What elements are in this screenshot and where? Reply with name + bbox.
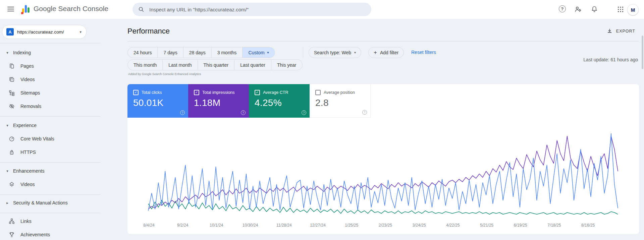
chip-this-year[interactable]: This year <box>271 60 302 70</box>
product-name: Google Search Console <box>34 5 108 13</box>
checkbox-checked-icon[interactable]: ✓ <box>133 90 139 95</box>
x-axis-tick: 12/27/24 <box>310 223 326 228</box>
performance-line-chart[interactable] <box>148 128 621 221</box>
filter-divider <box>303 47 303 58</box>
chip-24-hours[interactable]: 24 hours <box>128 47 157 58</box>
caret-down-icon: ▾ <box>6 51 9 55</box>
sidebar-section-security-manual-actions[interactable]: ▸ Security & Manual Actions <box>0 196 101 209</box>
property-favicon: A <box>6 28 14 36</box>
chip-this-month[interactable]: This month <box>128 60 162 70</box>
notifications-bell-icon[interactable] <box>590 5 598 13</box>
metric-label: Average CTR <box>263 90 288 95</box>
nav-label: Pages <box>20 63 34 69</box>
sidebar-divider <box>0 116 101 117</box>
url-inspection-input[interactable] <box>149 6 366 13</box>
metric-value: 50.01K <box>133 98 188 108</box>
x-axis-tick: 9/2/24 <box>177 223 188 228</box>
metric-value: 2.8 <box>315 98 370 108</box>
header-divider <box>127 41 639 42</box>
sidebar-item-achievements[interactable]: Achievements <box>0 228 101 240</box>
sidebar-item-videos-enhancements[interactable]: Videos <box>0 178 101 191</box>
nav-label: Sitemaps <box>20 90 40 96</box>
vertical-scrollbar[interactable] <box>642 36 643 69</box>
sidebar-item-videos-indexing[interactable]: Videos <box>0 73 101 86</box>
chevron-down-icon: ▾ <box>354 51 356 54</box>
hamburger-menu-icon[interactable] <box>7 5 15 13</box>
chip-custom[interactable]: Custom ▾ <box>242 47 274 58</box>
chip-last-month[interactable]: Last month <box>162 60 197 70</box>
x-axis-labels: 8/4/249/2/2410/1/2410/30/2411/28/2412/27… <box>148 223 621 228</box>
google-apps-grid-icon[interactable] <box>616 5 625 13</box>
links-icon <box>9 218 15 224</box>
x-axis-tick: 7/18/25 <box>547 223 561 228</box>
help-icon[interactable]: ? <box>241 110 246 115</box>
section-label: Experience <box>13 123 37 128</box>
sidebar-section-indexing[interactable]: ▾ Indexing <box>0 46 101 59</box>
nav-label: Videos <box>20 77 35 82</box>
performance-panel: ✓ Total clicks 50.01K ? ✓ Total impressi… <box>127 84 639 234</box>
sidebar-item-sitemaps[interactable]: Sitemaps <box>0 86 101 100</box>
metric-card-total-clicks[interactable]: ✓ Total clicks 50.01K ? <box>127 84 188 118</box>
caret-down-icon: ▾ <box>6 123 9 128</box>
nav-label: Links <box>20 219 32 224</box>
help-icon[interactable]: ? <box>302 110 306 115</box>
sidebar-section-experience[interactable]: ▾ Experience <box>0 119 101 132</box>
nav-label: Videos <box>20 182 35 187</box>
chip-28-days[interactable]: 28 days <box>183 47 211 58</box>
x-axis-tick: 10/1/24 <box>210 223 223 228</box>
property-selector[interactable]: A https://accurateaz.com/ ▾ <box>2 25 87 39</box>
page-title: Performance <box>127 27 170 36</box>
sidebar-divider <box>0 43 101 43</box>
search-type-chip[interactable]: Search type: Web ▾ <box>309 47 361 58</box>
help-icon[interactable]: ? <box>559 5 567 13</box>
x-axis-tick: 3/24/25 <box>413 223 426 228</box>
sitemaps-icon <box>9 90 15 96</box>
caret-down-icon: ▾ <box>6 169 9 173</box>
nav-label: Achievements <box>20 232 50 237</box>
sidebar-divider <box>0 194 101 195</box>
sidebar-item-core-web-vitals[interactable]: Core Web Vitals <box>0 132 101 145</box>
sidebar-nav: A https://accurateaz.com/ ▾ ▾ Indexing P… <box>0 19 101 240</box>
section-label: Enhancements <box>13 168 44 174</box>
chip-7-days[interactable]: 7 days <box>157 47 183 58</box>
chart-series-clicks <box>148 133 618 211</box>
url-inspection-searchbar[interactable] <box>132 3 371 16</box>
x-axis-tick: 1/25/25 <box>345 223 358 228</box>
lock-icon <box>9 149 15 155</box>
trophy-icon <box>9 232 15 238</box>
reset-filters-link[interactable]: Reset filters <box>411 50 436 55</box>
help-icon[interactable]: ? <box>180 110 185 115</box>
export-button[interactable]: EXPORT <box>604 27 637 35</box>
sidebar-item-pages[interactable]: Pages <box>0 59 101 73</box>
layers-icon <box>9 181 15 187</box>
search-icon <box>138 6 145 13</box>
metric-card-average-position[interactable]: Average position 2.8 ? <box>310 84 371 118</box>
chevron-down-icon: ▾ <box>267 51 269 54</box>
x-axis-tick: 10/30/24 <box>243 223 258 228</box>
user-settings-icon[interactable] <box>574 5 582 13</box>
help-icon[interactable]: ? <box>362 110 367 115</box>
checkbox-checked-icon[interactable]: ✓ <box>255 90 260 95</box>
checkbox-unchecked-icon[interactable] <box>315 90 321 95</box>
section-label: Indexing <box>13 50 31 55</box>
search-console-logo-icon <box>20 4 31 15</box>
x-axis-tick: 2/23/25 <box>379 223 392 228</box>
sidebar-item-https[interactable]: HTTPS <box>0 145 101 159</box>
nav-label: Removals <box>20 104 41 109</box>
metric-label: Total impressions <box>202 90 235 95</box>
metric-card-total-impressions[interactable]: ✓ Total impressions 1.18M ? <box>188 84 249 118</box>
add-filter-chip[interactable]: + Add filter <box>368 47 404 58</box>
sidebar-item-removals[interactable]: Removals <box>0 100 101 113</box>
metric-card-average-ctr[interactable]: ✓ Average CTR 4.25% ? <box>249 84 310 118</box>
property-url: https://accurateaz.com/ <box>17 29 79 35</box>
video-pages-icon <box>9 76 15 82</box>
x-axis-tick: 11/28/24 <box>276 223 292 228</box>
chip-this-quarter[interactable]: This quarter <box>198 60 234 70</box>
download-icon <box>606 28 613 34</box>
chip-last-quarter[interactable]: Last quarter <box>234 60 271 70</box>
account-avatar[interactable]: M <box>627 4 639 15</box>
checkbox-checked-icon[interactable]: ✓ <box>194 90 199 95</box>
sidebar-item-links[interactable]: Links <box>0 215 101 228</box>
chip-3-months[interactable]: 3 months <box>211 47 243 58</box>
sidebar-section-enhancements[interactable]: ▾ Enhancements <box>0 164 101 178</box>
